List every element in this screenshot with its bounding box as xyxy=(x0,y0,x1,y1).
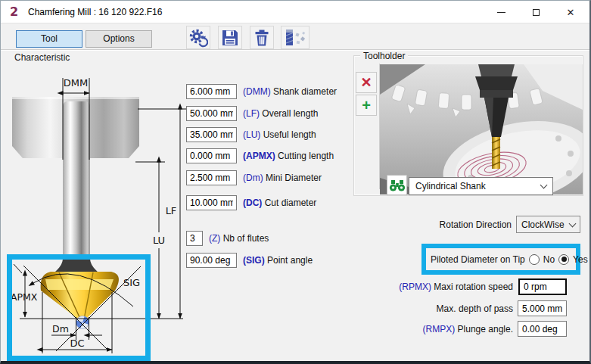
maximize-button[interactable] xyxy=(518,1,553,23)
nb-flutes-input[interactable] xyxy=(186,231,203,246)
chevron-down-icon xyxy=(569,219,577,227)
toolholder-group-label: Toolholder xyxy=(360,51,408,61)
mini-diameter-input[interactable] xyxy=(186,170,237,185)
tab-tool[interactable]: Tool xyxy=(16,30,82,48)
tab-options[interactable]: Options xyxy=(86,30,152,48)
overall-length-label: (LF) Overall length xyxy=(243,108,318,119)
piloted-no-label: No xyxy=(543,254,555,265)
binoculars-icon xyxy=(389,179,406,192)
rotation-direction-dropdown[interactable]: ClockWise xyxy=(516,216,580,233)
delete-x-icon: ✕ xyxy=(360,76,372,89)
minimize-icon xyxy=(497,12,505,13)
cutting-data-button[interactable] xyxy=(281,26,309,49)
add-plus-icon: + xyxy=(362,98,371,112)
toolholder-add-button[interactable]: + xyxy=(356,95,377,116)
nb-flutes-label: (Z) Nb of flutes xyxy=(209,233,269,244)
delete-icon xyxy=(253,29,271,47)
save-button[interactable] xyxy=(218,26,242,49)
shank-shape xyxy=(63,101,90,262)
toolholder-search-button[interactable] xyxy=(387,175,407,195)
maxi-rotation-speed-input[interactable] xyxy=(518,278,567,295)
title-bar: 2 Chamfering Mill : 16 120 922.F16 ✕ xyxy=(1,1,589,23)
piloted-diameter-highlight-box: Piloted Diameter on Tip No Yes xyxy=(421,244,580,275)
shank-type-value: Cylindrical Shank xyxy=(415,181,541,191)
useful-length-input[interactable] xyxy=(186,127,237,142)
cut-diameter-input[interactable] xyxy=(186,195,237,210)
maximize-icon xyxy=(533,9,540,16)
toolholder-image xyxy=(380,64,583,194)
chamfering-mill-dialog: 2 Chamfering Mill : 16 120 922.F16 ✕ Too… xyxy=(0,0,591,364)
diagram-label-lf: LF xyxy=(166,205,177,216)
close-icon: ✕ xyxy=(567,8,575,17)
toolbar-separator xyxy=(1,49,591,51)
rotation-direction-value: ClockWise xyxy=(521,219,570,230)
save-icon xyxy=(221,29,239,47)
plunge-angle-label: (RMPX) Plunge angle. xyxy=(372,324,513,334)
cutting-length-label: (APMX) Cutting length xyxy=(243,151,334,161)
mini-diameter-label: (Dm) Mini Diameter xyxy=(243,173,322,183)
max-depth-pass-input[interactable] xyxy=(518,300,567,316)
shank-diameter-input[interactable] xyxy=(186,84,237,99)
overall-length-input[interactable] xyxy=(186,106,237,121)
chevron-down-icon xyxy=(540,182,548,189)
rotation-direction-label: Rotation Direction xyxy=(406,219,512,230)
piloted-diameter-label: Piloted Diameter on Tip xyxy=(431,254,525,265)
shank-diameter-label: (DMM) Shank diameter xyxy=(243,86,337,97)
minimize-button[interactable] xyxy=(484,1,518,23)
maxi-rotation-speed-label: (RPMX) Maxi rotation speed xyxy=(372,282,513,292)
update-button[interactable] xyxy=(186,26,210,49)
piloted-yes-radio[interactable] xyxy=(558,254,569,265)
piloted-no-radio[interactable] xyxy=(529,254,540,265)
max-depth-pass-label: Max. depth of pass xyxy=(372,303,513,314)
toolholder-delete-button[interactable]: ✕ xyxy=(356,72,377,93)
toolholder-group: Toolholder ✕ + xyxy=(353,55,583,196)
window-title: Chamfering Mill : 16 120 922.F16 xyxy=(28,7,162,17)
cut-diameter-label: (DC) Cut diameter xyxy=(243,198,316,208)
close-button[interactable]: ✕ xyxy=(553,1,588,23)
delete-button[interactable] xyxy=(250,26,274,49)
shank-type-dropdown[interactable]: Cylindrical Shank xyxy=(409,177,553,195)
app-logo-icon: 2 xyxy=(10,5,18,19)
cutting-data-icon xyxy=(283,28,307,48)
plunge-angle-input[interactable] xyxy=(518,321,567,337)
tip-highlight-box xyxy=(7,254,151,361)
useful-length-label: (LU) Useful length xyxy=(243,129,316,140)
diagram-label-dmm: DMM xyxy=(64,77,88,89)
update-icon xyxy=(188,28,208,48)
point-angle-label: (SIG) Point angle xyxy=(243,255,313,266)
diagram-label-lu: LU xyxy=(153,235,165,246)
cutting-length-input[interactable] xyxy=(186,148,237,163)
point-angle-input[interactable] xyxy=(186,253,237,268)
piloted-yes-label: Yes xyxy=(573,254,588,265)
